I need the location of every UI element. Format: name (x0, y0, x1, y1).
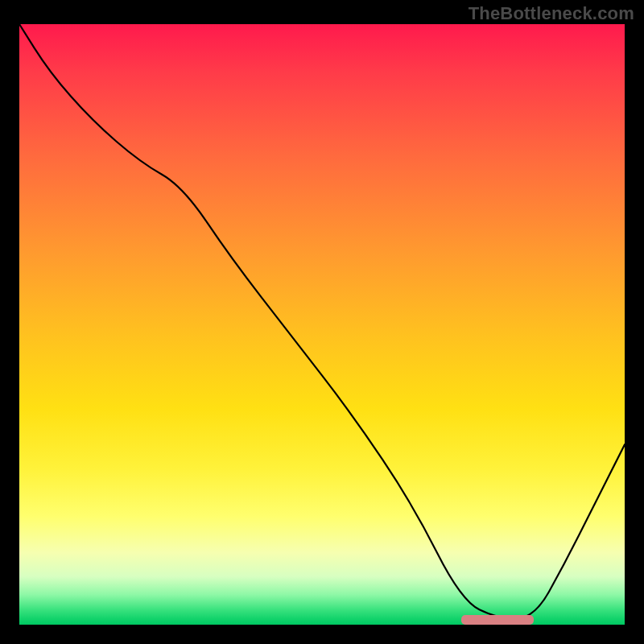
chart-frame: TheBottleneck.com (0, 0, 644, 644)
plot-area (19, 24, 625, 625)
bottleneck-curve (19, 24, 625, 625)
watermark-text: TheBottleneck.com (469, 3, 634, 24)
optimal-range-marker (461, 615, 534, 625)
